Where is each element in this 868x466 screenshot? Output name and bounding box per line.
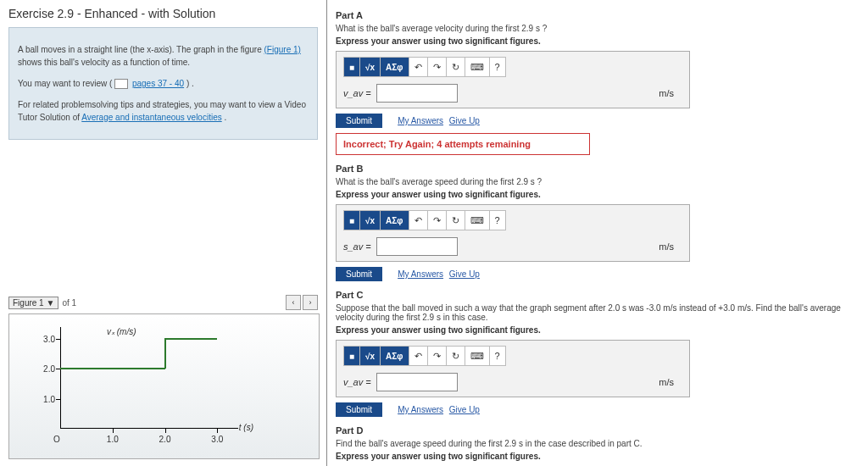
root-icon[interactable]: √x bbox=[360, 211, 381, 230]
part-a-unit: m/s bbox=[659, 88, 674, 98]
intro-line2a: You may want to review ( bbox=[18, 79, 112, 88]
root-icon[interactable]: √x bbox=[360, 58, 381, 76]
greek-icon[interactable]: ΑΣφ bbox=[381, 347, 409, 365]
undo-icon[interactable]: ↶ bbox=[409, 347, 428, 365]
intro-line1b: shows this ball's velocity as a function… bbox=[18, 58, 190, 67]
part-c-question: Suppose that the ball moved in such a wa… bbox=[336, 303, 860, 322]
part-b-answer-box: ■ √x ΑΣφ ↶ ↷ ↻ ⌨ ? s_av = m/s bbox=[336, 204, 690, 262]
figure-select[interactable]: Figure 1 ▼ bbox=[8, 297, 58, 309]
templates-icon[interactable]: ■ bbox=[344, 347, 360, 365]
velocity-chart: vₓ (m/s) t (s) 1.0 2.0 3.0 O 1.0 2.0 3.0 bbox=[60, 327, 238, 429]
part-c-my-answers-link[interactable]: My Answers bbox=[398, 405, 443, 414]
part-a-input[interactable] bbox=[376, 84, 458, 103]
part-a-give-up-link[interactable]: Give Up bbox=[449, 116, 480, 125]
intro-box: A ball moves in a straight line (the x-a… bbox=[8, 27, 318, 140]
part-a-heading: Part A bbox=[336, 10, 860, 20]
keyboard-icon[interactable]: ⌨ bbox=[465, 347, 490, 365]
part-c-instruction: Express your answer using two significan… bbox=[336, 325, 860, 335]
y-axis-label: vₓ (m/s) bbox=[107, 327, 136, 336]
part-b-give-up-link[interactable]: Give Up bbox=[449, 269, 480, 279]
undo-icon[interactable]: ↶ bbox=[409, 58, 428, 76]
templates-icon[interactable]: ■ bbox=[344, 211, 360, 230]
redo-icon[interactable]: ↷ bbox=[428, 347, 447, 365]
part-c-heading: Part C bbox=[336, 290, 860, 300]
equation-toolbar: ■ √x ΑΣφ ↶ ↷ ↻ ⌨ ? bbox=[343, 57, 506, 77]
pages-link[interactable]: pages 37 - 40 bbox=[132, 79, 184, 88]
part-a-question: What is the ball's average velocity duri… bbox=[336, 24, 860, 33]
part-b-my-answers-link[interactable]: My Answers bbox=[398, 269, 443, 279]
redo-icon[interactable]: ↷ bbox=[428, 211, 447, 230]
figure-link[interactable]: (Figure 1) bbox=[264, 45, 301, 54]
figure-panel: vₓ (m/s) t (s) 1.0 2.0 3.0 O 1.0 2.0 3.0 bbox=[8, 313, 320, 459]
reset-icon[interactable]: ↻ bbox=[447, 347, 465, 365]
intro-line3b: . bbox=[225, 113, 227, 122]
video-link[interactable]: Average and instantaneous velocities bbox=[81, 113, 221, 122]
part-a-feedback: Incorrect; Try Again; 4 attempts remaini… bbox=[336, 133, 590, 155]
keyboard-icon[interactable]: ⌨ bbox=[465, 211, 490, 230]
x-axis-label: t (s) bbox=[239, 423, 253, 432]
figure-prev-button[interactable]: ‹ bbox=[286, 295, 301, 310]
reset-icon[interactable]: ↻ bbox=[447, 211, 465, 230]
part-a-submit-button[interactable]: Submit bbox=[336, 114, 382, 128]
part-b-unit: m/s bbox=[659, 241, 674, 252]
part-a-variable: v_av = bbox=[343, 88, 371, 98]
part-c-submit-button[interactable]: Submit bbox=[336, 402, 382, 417]
undo-icon[interactable]: ↶ bbox=[409, 211, 428, 230]
part-c-variable: v_av = bbox=[343, 377, 371, 387]
part-b-instruction: Express your answer using two significan… bbox=[336, 190, 860, 199]
part-d-heading: Part D bbox=[336, 425, 860, 435]
part-b-question: What is the ball's average speed during … bbox=[336, 177, 860, 186]
part-b-heading: Part B bbox=[336, 164, 860, 174]
help-icon[interactable]: ? bbox=[490, 58, 505, 76]
intro-line1a: A ball moves in a straight line (the x-a… bbox=[18, 45, 264, 54]
intro-line2b: ) . bbox=[186, 79, 194, 88]
root-icon[interactable]: √x bbox=[360, 347, 381, 365]
part-a-answer-box: ■ √x ΑΣφ ↶ ↷ ↻ ⌨ ? v_av = m/s bbox=[336, 51, 690, 108]
part-b-submit-button[interactable]: Submit bbox=[336, 267, 382, 281]
part-b-variable: s_av = bbox=[343, 241, 371, 252]
greek-icon[interactable]: ΑΣφ bbox=[381, 211, 409, 230]
help-icon[interactable]: ? bbox=[490, 347, 505, 365]
part-c-answer-box: ■ √x ΑΣφ ↶ ↷ ↻ ⌨ ? v_av = m/s bbox=[336, 340, 690, 397]
book-pages-icon bbox=[114, 79, 128, 89]
part-d-question: Find the ball's average speed during the… bbox=[336, 439, 860, 448]
templates-icon[interactable]: ■ bbox=[344, 58, 360, 76]
figure-next-button[interactable]: › bbox=[303, 295, 318, 310]
part-a-my-answers-link[interactable]: My Answers bbox=[398, 116, 443, 125]
redo-icon[interactable]: ↷ bbox=[428, 58, 447, 76]
part-a-instruction: Express your answer using two significan… bbox=[336, 36, 860, 46]
keyboard-icon[interactable]: ⌨ bbox=[465, 58, 490, 76]
exercise-title: Exercise 2.9 - Enhanced - with Solution bbox=[0, 0, 326, 24]
part-b-input[interactable] bbox=[376, 237, 458, 256]
part-c-give-up-link[interactable]: Give Up bbox=[449, 405, 480, 414]
part-c-unit: m/s bbox=[659, 377, 674, 387]
reset-icon[interactable]: ↻ bbox=[447, 58, 465, 76]
greek-icon[interactable]: ΑΣφ bbox=[381, 58, 409, 76]
part-c-input[interactable] bbox=[376, 373, 458, 391]
figure-of-label: of 1 bbox=[62, 298, 76, 308]
help-icon[interactable]: ? bbox=[490, 211, 505, 230]
part-d-instruction: Express your answer using two significan… bbox=[336, 452, 860, 461]
